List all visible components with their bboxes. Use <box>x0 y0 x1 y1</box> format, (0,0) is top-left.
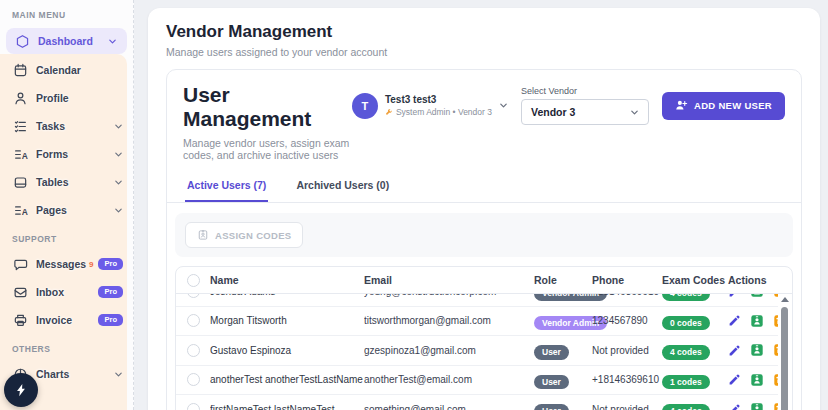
role-badge: User <box>534 404 569 410</box>
assign-codes-icon[interactable] <box>750 343 764 357</box>
table-header-row: Name Email Role Phone Exam Codes Actions <box>176 267 792 294</box>
table-row: Morgan Titsworth titsworthmorgan@gmail.c… <box>176 307 778 337</box>
sidebar-section-support: SUPPORT <box>0 224 133 250</box>
column-header-phone: Phone <box>592 274 662 286</box>
sidebar-item-inbox[interactable]: Inbox Pro <box>0 278 133 306</box>
chevron-down-icon <box>108 37 117 46</box>
exam-codes-badge: 4 codes <box>662 404 710 410</box>
calendar-icon <box>12 62 28 78</box>
sidebar-item-label: Inbox <box>36 286 64 298</box>
dashboard-icon <box>14 33 30 49</box>
user-phone-cell: Not provided <box>592 404 662 410</box>
wrench-icon <box>385 108 393 116</box>
scrollbar-thumb[interactable] <box>781 307 788 410</box>
user-management-panel: User Management Manage vendor users, ass… <box>166 69 802 410</box>
user-email-cell: anotherTest@email.com <box>364 374 534 385</box>
chevron-down-icon <box>114 178 123 187</box>
edit-user-icon[interactable] <box>728 344 741 357</box>
edit-user-icon[interactable] <box>728 314 741 327</box>
messages-icon <box>12 256 28 272</box>
scroll-up-arrow-icon[interactable] <box>781 297 789 302</box>
sidebar-item-label: Profile <box>36 92 69 104</box>
sidebar-item-label: Pages <box>36 204 67 216</box>
table-scrollbar[interactable] <box>778 295 791 410</box>
page-title: Vendor Management <box>166 22 802 42</box>
user-email-cell: titsworthmorgan@gmail.com <box>364 315 534 326</box>
user-name-cell: Gustavo Espinoza <box>210 345 364 356</box>
sidebar-item-label: Messages <box>36 258 86 270</box>
table-row: anotherTest anotherTestLastName anotherT… <box>176 366 778 396</box>
row-checkbox[interactable] <box>187 373 200 386</box>
table-body: Joshua Adams young@constructioncorp.com … <box>176 294 778 410</box>
chevron-down-icon <box>499 101 508 110</box>
tab-archived-users[interactable]: Archived Users (0) <box>294 171 391 202</box>
table-row: Gustavo Espinoza gzespinoza1@gmail.com U… <box>176 336 778 366</box>
select-vendor-label: Select Vendor <box>521 86 649 96</box>
tabs: Active Users (7) Archived Users (0) <box>167 169 801 203</box>
user-name-cell: Morgan Titsworth <box>210 315 364 326</box>
table-toolbar: ASSIGN CODES <box>175 213 793 257</box>
assign-codes-icon[interactable] <box>750 314 764 328</box>
svg-text:A: A <box>21 206 27 216</box>
assign-codes-icon[interactable] <box>750 373 764 387</box>
page-subtitle: Manage users assigned to your vendor acc… <box>166 46 802 58</box>
add-new-user-button[interactable]: ADD NEW USER <box>662 92 785 120</box>
user-email-cell: young@constructioncorp.com <box>364 294 534 297</box>
sidebar-item-tables[interactable]: Tables <box>0 168 133 196</box>
sidebar-item-label: Forms <box>36 148 68 160</box>
user-phone-cell: 1234567890 <box>592 315 662 326</box>
sidebar-section-main: MAIN MENU <box>0 0 133 26</box>
chevron-down-icon <box>114 206 123 215</box>
sidebar-item-tasks[interactable]: Tasks <box>0 112 133 140</box>
vendor-management-card: Vendor Management Manage users assigned … <box>148 8 820 410</box>
edit-user-icon[interactable] <box>728 294 741 298</box>
row-checkbox[interactable] <box>187 314 200 327</box>
row-checkbox[interactable] <box>187 344 200 357</box>
forms-icon: A <box>12 146 28 162</box>
tables-icon <box>12 174 28 190</box>
sidebar-item-profile[interactable]: Profile <box>0 84 133 112</box>
column-header-email: Email <box>364 274 534 286</box>
user-phone-cell: +18146369610 <box>592 294 662 297</box>
assign-codes-button[interactable]: ASSIGN CODES <box>185 222 303 248</box>
inbox-icon <box>12 284 28 300</box>
assign-codes-icon[interactable] <box>750 402 764 410</box>
assign-codes-icon[interactable] <box>750 294 764 298</box>
exam-codes-badge: 4 codes <box>662 345 710 360</box>
user-name-cell: Joshua Adams <box>210 294 364 297</box>
select-all-checkbox[interactable] <box>187 274 200 287</box>
user-email-cell: something@email.com <box>364 404 534 410</box>
sidebar-section-others: OTHERS <box>0 334 133 360</box>
pro-badge: Pro <box>98 286 123 298</box>
panel-title: User Management <box>183 83 352 131</box>
sidebar-item-dashboard[interactable]: Dashboard <box>6 28 127 54</box>
table-row: firstNameTest lastNameTest something@ema… <box>176 395 778 410</box>
pro-badge: Pro <box>98 258 123 270</box>
vendor-select-value: Vendor 3 <box>531 106 575 118</box>
column-header-role: Role <box>534 274 592 286</box>
panel-subtitle: Manage vendor users, assign exam codes, … <box>183 137 352 161</box>
vendor-select[interactable]: Vendor 3 <box>521 99 649 125</box>
edit-user-icon[interactable] <box>728 403 741 410</box>
sidebar: MAIN MENU Dashboard Calendar Profile Tas… <box>0 0 134 410</box>
invoice-icon <box>12 312 28 328</box>
row-checkbox[interactable] <box>187 294 200 298</box>
column-header-codes: Exam Codes <box>662 274 728 286</box>
role-badge: User <box>534 375 569 390</box>
quick-settings-button[interactable] <box>4 373 38 407</box>
user-menu[interactable]: T Test3 test3 System Admin • Vendor 3 <box>352 93 508 119</box>
user-name: Test3 test3 <box>385 94 492 107</box>
row-checkbox[interactable] <box>187 403 200 410</box>
user-phone-cell: Not provided <box>592 345 662 356</box>
sidebar-item-label: Tables <box>36 176 68 188</box>
svg-text:A: A <box>21 150 27 160</box>
sidebar-item-messages[interactable]: Messages 9 Pro <box>0 250 133 278</box>
sidebar-item-pages[interactable]: A Pages <box>0 196 133 224</box>
sidebar-item-invoice[interactable]: Invoice Pro <box>0 306 133 334</box>
main-content: Vendor Management Manage users assigned … <box>135 0 828 410</box>
panel-header: User Management Manage vendor users, ass… <box>167 70 801 169</box>
edit-user-icon[interactable] <box>728 373 741 386</box>
tab-active-users[interactable]: Active Users (7) <box>185 171 268 202</box>
sidebar-item-forms[interactable]: A Forms <box>0 140 133 168</box>
sidebar-item-calendar[interactable]: Calendar <box>0 56 133 84</box>
